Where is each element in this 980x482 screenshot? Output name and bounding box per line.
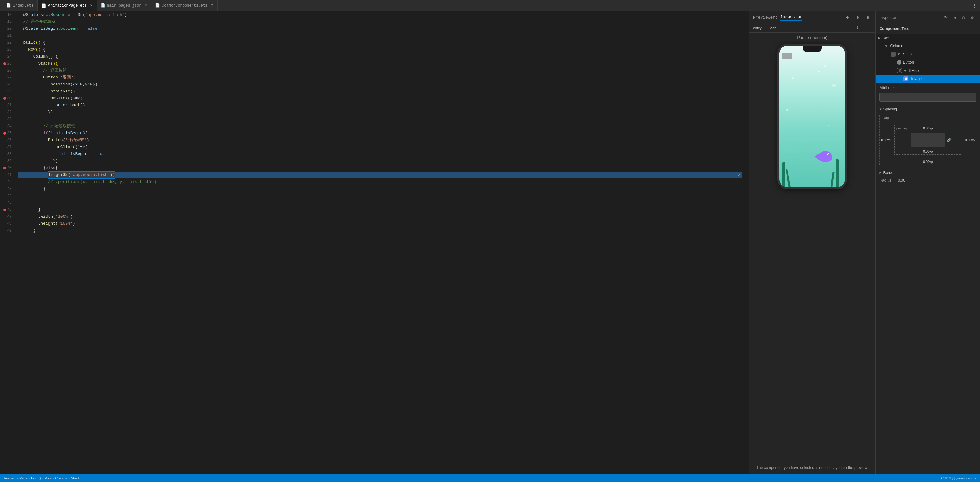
zoom-plus-icon[interactable]: ＋ <box>867 25 872 31</box>
tree-item-column[interactable]: ▼ Column <box>875 42 980 50</box>
inspector-panel: Inspector 👁 ↻ ⎙ ⚙ Component Tree ▶ ow <box>875 11 980 474</box>
zoom-minus-icon[interactable]: － <box>861 25 865 31</box>
padding-box: padding 0.00vp 0.00vp 🔗 <box>894 125 961 155</box>
padding-label: padding <box>896 127 908 130</box>
tab-icon: 📄 <box>41 3 46 8</box>
code-line-21 <box>18 32 742 39</box>
tree-item-stack[interactable]: S ▼ Stack <box>875 50 980 58</box>
padding-bottom-value: 0.00vp <box>923 150 932 153</box>
tab-animation[interactable]: 📄 AnimationPage.ets × <box>38 0 97 11</box>
code-line-35: if(!this.isBegin){ <box>18 130 742 137</box>
chevron-down-icon: ▼ <box>879 108 881 111</box>
code-line-18: @State src:Resource = $r('app.media.fish… <box>18 11 742 18</box>
code-line-28: .position({x:0,y:0}) <box>18 81 742 88</box>
link-icon: 🔗 <box>947 137 951 142</box>
component-tree-header: Component Tree <box>875 24 980 33</box>
padding-top-value: 0.00vp <box>923 127 932 130</box>
previewer-label: Previewer: <box>753 15 778 20</box>
previewer-tab-inspector[interactable]: Inspector <box>780 14 802 21</box>
code-line-36: Button('开始游戏') <box>18 137 742 144</box>
code-line-32: }) <box>18 109 742 116</box>
code-line-40: }else{ <box>18 165 742 171</box>
code-line-24: Column() { <box>18 53 742 60</box>
component-tree: Component Tree ▶ ow ▼ Column S ▼ <box>875 24 980 83</box>
border-header[interactable]: ▶ Border <box>879 171 976 175</box>
code-line-22: build() { <box>18 39 742 46</box>
tab-icon: 📄 <box>101 3 105 8</box>
margin-bottom-value: 0.00vp <box>923 160 932 163</box>
code-line-45 <box>18 200 742 206</box>
fish <box>818 151 832 162</box>
share-icon[interactable]: ⎙ <box>960 14 967 22</box>
tab-bar-menu-btn[interactable]: ⋮ <box>971 3 977 9</box>
code-editor: 18 19 20 21 22 23 24 25 26 27 28 29 30 3… <box>0 11 749 474</box>
eye-icon[interactable]: 👁 <box>942 14 950 22</box>
code-line-43: } <box>18 186 742 192</box>
tab-common-components[interactable]: 📄 CommonComponents.ets × <box>151 0 217 11</box>
code-line-33 <box>18 116 742 123</box>
phone-screen <box>779 46 845 187</box>
inner-box <box>911 133 945 147</box>
spacing-box: margin 0.00vp 0.00vp 0.00vp 0.00vp paddi… <box>879 114 976 165</box>
code-line-41: Image($r('app.media.fish')) ✓ <box>18 171 742 179</box>
code-lines[interactable]: @State src:Resource = $r('app.media.fish… <box>16 11 745 474</box>
border-section: ▶ Border Radius 0.00 <box>875 168 980 185</box>
target-icon[interactable]: ⊕ <box>843 14 851 22</box>
inspector-icons: 👁 ↻ ⎙ ⚙ <box>942 14 976 22</box>
border-radius-label: Radius <box>879 178 895 182</box>
refresh-icon[interactable]: ↻ <box>951 14 958 22</box>
zoom-out-icon[interactable]: ⊖ <box>854 14 861 22</box>
attributes-title: Attributes <box>879 86 976 90</box>
margin-left-value: 0.00vp <box>881 138 890 142</box>
zoom-in-icon[interactable]: ⊕ <box>864 14 872 22</box>
code-line-25: Stack(){ <box>18 60 742 67</box>
code-line-38: this.isBegin = true <box>18 151 742 158</box>
code-line-49: } <box>18 227 742 234</box>
bottom-right-text: CSDN @youyoufengla <box>941 476 976 480</box>
margin-label: margin <box>881 116 891 120</box>
inspector-title: Inspector <box>879 15 896 20</box>
code-line-39: }) <box>18 158 742 165</box>
tab-close[interactable]: × <box>145 3 147 8</box>
inspector-header: Inspector 👁 ↻ ⎙ ⚙ <box>875 11 980 24</box>
scrollbar[interactable] <box>745 11 749 474</box>
code-line-20: @State isBegin:boolean = false <box>18 25 742 32</box>
tab-main-pages[interactable]: 📄 main_pages.json × <box>97 0 151 11</box>
tab-close[interactable]: × <box>90 3 92 8</box>
tree-item-row[interactable]: ▶ ow <box>875 33 980 42</box>
phone-container <box>749 41 875 461</box>
code-line-23: Row() { <box>18 46 742 53</box>
tree-item-button[interactable]: Button <box>875 58 980 67</box>
bottom-bar: AnimationPage › build() › Row › Column ›… <box>0 474 980 482</box>
code-line-31: router.back() <box>18 102 742 109</box>
code-line-29: .btnStyle() <box>18 88 742 95</box>
code-line-48: .height('100%') <box>18 220 742 227</box>
breadcrumb: AnimationPage › build() › Row › Column ›… <box>4 476 80 480</box>
tab-index[interactable]: 📄 Index.ets <box>3 0 38 11</box>
phone-notch <box>803 46 822 52</box>
attributes-input[interactable] <box>879 93 976 101</box>
code-line-44 <box>18 192 742 200</box>
tree-item-image[interactable]: 🖼 Image <box>875 75 980 83</box>
border-radius-value: 0.00 <box>898 178 905 182</box>
path-item-5: Stack <box>71 476 80 480</box>
spacing-header[interactable]: ▼ Spacing <box>879 107 976 111</box>
right-panel: Previewer: Inspector ⊕ ⊖ ⊕ entry : ...Pa… <box>749 11 980 474</box>
tab-bar[interactable]: 📄 Index.ets 📄 AnimationPage.ets × 📄 main… <box>0 0 980 11</box>
entry-label: entry : ...Page <box>753 26 777 30</box>
tree-item-ifelse[interactable]: if ▼ IfElse <box>875 67 980 75</box>
attributes-section: Attributes <box>875 83 980 105</box>
target-device-icon[interactable]: ⊹ <box>856 25 859 31</box>
settings-icon[interactable]: ⚙ <box>969 14 976 22</box>
code-line-47: .width('100%') <box>18 213 742 220</box>
previewer-actions: ⊕ ⊖ ⊕ <box>843 14 872 22</box>
phone-frame <box>777 44 847 189</box>
previewer-panel: Previewer: Inspector ⊕ ⊖ ⊕ entry : ...Pa… <box>749 11 875 474</box>
code-line-30: .onClick(()=>{ <box>18 95 742 102</box>
code-line-26: // 返回按钮 <box>18 67 742 74</box>
code-line-46: } <box>18 206 742 213</box>
tab-close[interactable]: × <box>210 3 213 8</box>
code-line-37: .onClick(()=>{ <box>18 144 742 151</box>
chevron-right-icon: ▶ <box>879 171 881 175</box>
border-title: Border <box>883 171 894 175</box>
